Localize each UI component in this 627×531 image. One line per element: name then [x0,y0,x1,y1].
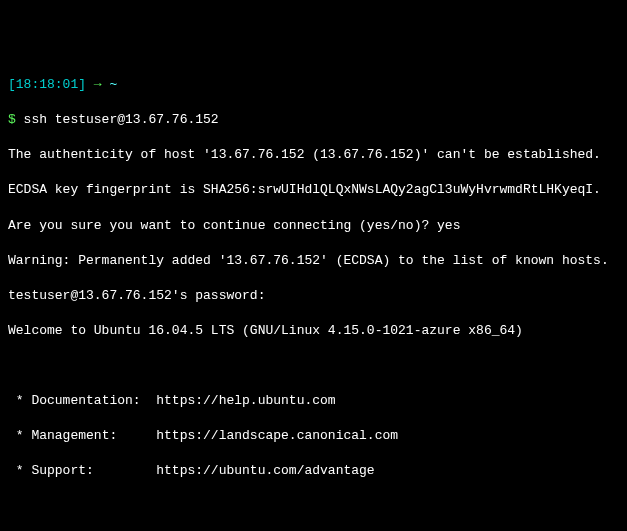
authenticity-warning: The authenticity of host '13.67.76.152 (… [8,146,619,164]
prompt-top: [18:18:01] → ~ [8,76,619,94]
fingerprint-line: ECDSA key fingerprint is SHA256:srwUIHdl… [8,181,619,199]
password-prompt: testuser@13.67.76.152's password: [8,287,619,305]
permanently-added: Warning: Permanently added '13.67.76.152… [8,252,619,270]
support-link: * Support: https://ubuntu.com/advantage [8,462,619,480]
doc-link: * Documentation: https://help.ubuntu.com [8,392,619,410]
dollar-sign: $ [8,112,24,127]
cwd-tilde: ~ [109,77,117,92]
welcome-line: Welcome to Ubuntu 16.04.5 LTS (GNU/Linux… [8,322,619,340]
continue-prompt: Are you sure you want to continue connec… [8,217,619,235]
management-link: * Management: https://landscape.canonica… [8,427,619,445]
blank-line [8,497,619,515]
arrow-icon: → [86,77,109,92]
ssh-command-line: $ ssh testuser@13.67.76.152 [8,111,619,129]
ssh-command: ssh testuser@13.67.76.152 [24,112,219,127]
timestamp: [18:18:01] [8,77,86,92]
blank-line [8,357,619,375]
